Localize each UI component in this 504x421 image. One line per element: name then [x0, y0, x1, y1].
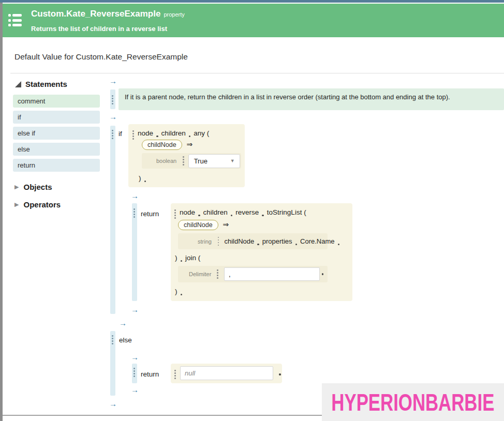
member-access-dot[interactable]	[231, 215, 233, 217]
collapsed-triangle-icon: ▶	[14, 201, 19, 208]
token[interactable]: )	[175, 254, 177, 262]
delimiter-input[interactable]	[224, 267, 320, 281]
token[interactable]: node	[138, 129, 153, 137]
insert-arrow[interactable]: →	[109, 400, 117, 408]
member-access-dot[interactable]	[181, 260, 183, 262]
if-condition-expression: nodechildrenany ( childNode⇒ boolean Tru…	[128, 124, 245, 187]
boolean-dropdown[interactable]: True▼	[188, 154, 240, 168]
property-type-badge: property	[164, 11, 184, 18]
member-access-dot[interactable]	[262, 215, 264, 217]
member-access-dot[interactable]	[338, 244, 340, 246]
token[interactable]: childNode	[224, 237, 254, 245]
token[interactable]: reverse	[235, 208, 259, 216]
lambda-row: childNode⇒	[178, 220, 229, 230]
watermark: HYPERIONBARBIE	[322, 383, 504, 421]
join-row: )join (	[175, 254, 200, 262]
palette-item-comment[interactable]: comment	[13, 95, 100, 108]
list-icon-dot	[8, 24, 11, 26]
comment-text: If it is a parent node, return the child…	[125, 93, 450, 101]
token[interactable]: toStringList (	[267, 208, 306, 216]
expression-tokens: nodechildrenreversetoStringList (	[180, 208, 306, 216]
sidebar-section-objects[interactable]: ▶ Objects	[14, 183, 52, 191]
else-keyword: else	[119, 336, 132, 344]
comment-drag-handle[interactable]	[112, 95, 113, 104]
else-drag-handle[interactable]	[112, 335, 113, 344]
palette-item-else-if[interactable]: else if	[13, 127, 100, 140]
collapsed-triangle-icon: ▶	[14, 184, 19, 190]
window-border-top	[0, 0, 504, 3]
if-drag-handle[interactable]	[112, 130, 113, 139]
list-menu-icon[interactable]	[8, 14, 23, 26]
dropdown-value: True	[194, 157, 230, 165]
member-access-dot[interactable]	[189, 136, 191, 138]
divider	[10, 73, 504, 73]
return-drag-handle[interactable]	[134, 208, 135, 218]
member-access-dot[interactable]	[181, 294, 183, 296]
insert-arrow[interactable]: →	[131, 306, 139, 313]
delimiter-slot: Delimiter	[178, 266, 328, 282]
window-border-left	[0, 3, 3, 421]
list-icon-bar	[12, 24, 22, 26]
member-access-dot[interactable]	[144, 181, 146, 183]
token[interactable]: children	[203, 208, 228, 216]
token[interactable]: )	[175, 288, 177, 295]
member-access-dot[interactable]	[156, 136, 158, 138]
watermark-text: HYPERIONBARBIE	[332, 388, 495, 416]
string-slot: string childNodepropertiesCore.Name	[178, 233, 328, 249]
slot-type-label: boolean	[156, 158, 176, 164]
token[interactable]: node	[180, 208, 195, 216]
lambda-param-chip[interactable]: childNode	[142, 140, 182, 150]
page-title: Default Value for Custom.Kate_ReverseExa…	[14, 52, 188, 62]
token[interactable]: join (	[185, 254, 200, 262]
comment-block[interactable]: If it is a parent node, return the child…	[118, 88, 504, 110]
if-statement-bar	[110, 126, 115, 314]
list-icon-bar	[12, 19, 22, 22]
expanded-triangle-icon	[15, 81, 21, 87]
expression-drag-handle[interactable]	[174, 370, 176, 379]
member-access-dot[interactable]	[257, 244, 259, 246]
slot-drag-handle[interactable]	[218, 237, 219, 246]
member-access-dot[interactable]	[279, 373, 281, 375]
insert-arrow[interactable]: →	[119, 320, 127, 327]
boolean-slot: boolean True▼	[142, 153, 241, 169]
slot-type-label: string	[198, 238, 212, 245]
palette-item-else[interactable]: else	[13, 143, 100, 156]
return-drag-handle[interactable]	[134, 368, 135, 377]
insert-arrow[interactable]: →	[131, 192, 139, 200]
return-keyword: return	[141, 370, 159, 378]
member-access-dot[interactable]	[295, 244, 298, 246]
token[interactable]: children	[161, 129, 186, 137]
sidebar-section-statements[interactable]: Statements	[15, 80, 67, 88]
expression-drag-handle[interactable]	[132, 130, 134, 140]
token[interactable]: Core.Name	[300, 237, 334, 245]
list-icon-dot	[8, 19, 11, 22]
return-null-expression	[171, 364, 282, 383]
null-value-input[interactable]	[180, 366, 273, 380]
expression-editor-window: Custom.Kate_ReverseExampleproperty Retur…	[0, 0, 504, 421]
palette-item-return[interactable]: return	[13, 159, 100, 172]
expression-drag-handle[interactable]	[174, 209, 176, 219]
sidebar-section-label: Operators	[23, 200, 61, 209]
lambda-arrow: ⇒	[223, 220, 229, 229]
close-paren-row: )	[175, 288, 185, 295]
slot-drag-handle[interactable]	[217, 269, 218, 279]
close-paren-row: )	[139, 174, 149, 182]
slot-type-label: Delimiter	[189, 271, 211, 277]
insert-arrow[interactable]: →	[109, 78, 117, 85]
list-icon-dot	[8, 14, 11, 17]
member-access-dot[interactable]	[322, 273, 324, 275]
property-title: Custom.Kate_ReverseExampleproperty	[31, 9, 185, 19]
slot-drag-handle[interactable]	[183, 156, 184, 166]
member-access-dot[interactable]	[198, 215, 200, 217]
token[interactable]: )	[139, 174, 141, 182]
insert-arrow[interactable]: →	[109, 113, 117, 121]
insert-arrow[interactable]: →	[131, 386, 139, 394]
insert-arrow[interactable]: →	[131, 354, 139, 361]
token[interactable]: any (	[194, 129, 209, 137]
return-expression: nodechildrenreversetoStringList ( childN…	[171, 203, 352, 301]
palette-item-if[interactable]: if	[13, 111, 100, 124]
lambda-param-chip[interactable]: childNode	[178, 220, 218, 230]
token[interactable]: properties	[262, 237, 292, 245]
if-keyword: if	[118, 130, 122, 138]
sidebar-section-operators[interactable]: ▶ Operators	[14, 200, 61, 209]
